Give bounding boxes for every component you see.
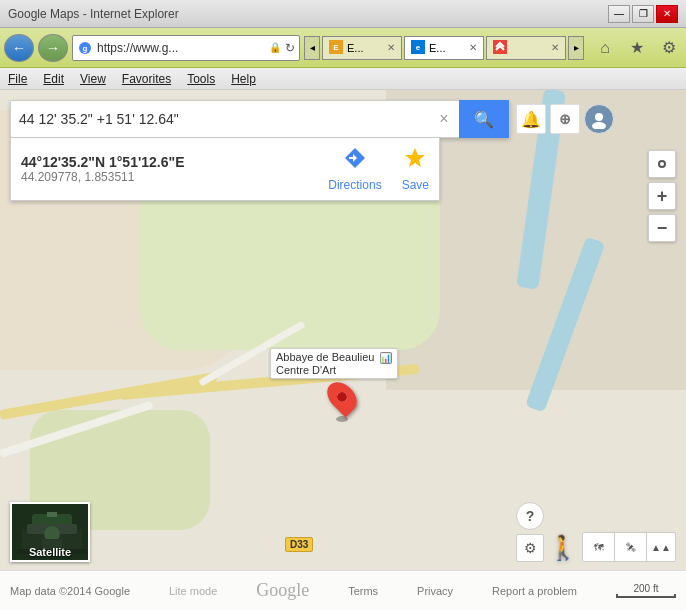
- refresh-button[interactable]: ↻: [285, 41, 295, 55]
- zoom-in-button[interactable]: +: [648, 182, 676, 210]
- menu-favorites[interactable]: Favorites: [122, 72, 171, 86]
- scale-text: 200 ft: [633, 583, 658, 594]
- google-icon: g: [77, 40, 93, 56]
- pin-dot: [335, 390, 349, 404]
- satellite-view-button[interactable]: 🛰: [615, 533, 647, 561]
- tab2-close[interactable]: ✕: [469, 42, 477, 53]
- svg-point-8: [592, 122, 606, 129]
- search-bar: × 🔍 🔔 ⊕ 44°12'35.2"N 1°51'12.6"E 44.2097…: [10, 100, 614, 201]
- map-copyright: Map data ©2014 Google: [10, 585, 130, 597]
- search-dropdown: 44°12'35.2"N 1°51'12.6"E 44.209778, 1.85…: [10, 138, 440, 201]
- tab-2[interactable]: e E... ✕: [404, 36, 484, 60]
- map-pin[interactable]: [330, 380, 354, 422]
- tab-bar: ◂ E E... ✕ e E... ✕ ✕ ▸: [304, 36, 584, 60]
- address-text: https://www.g...: [97, 41, 265, 55]
- ssl-icon: 🔒: [269, 42, 281, 53]
- dropdown-location-text: 44°12'35.2"N 1°51'12.6"E: [21, 154, 184, 170]
- forward-button[interactable]: →: [38, 34, 68, 62]
- zoom-out-button[interactable]: −: [648, 214, 676, 242]
- dropdown-actions: Directions Save: [328, 146, 429, 192]
- navbar: ← → g https://www.g... 🔒 ↻ ◂ E E... ✕ e …: [0, 28, 686, 68]
- map-footer: Map data ©2014 Google Lite mode Google T…: [0, 570, 686, 610]
- dropdown-coords-text: 44.209778, 1.853511: [21, 170, 184, 184]
- svg-text:e: e: [416, 43, 421, 52]
- settings-button[interactable]: ⚙: [656, 35, 682, 61]
- titlebar-controls: — ❐ ✕: [608, 5, 678, 23]
- report-problem-link[interactable]: Report a problem: [492, 585, 577, 597]
- tab-scroll-left[interactable]: ◂: [304, 36, 320, 60]
- directions-label: Directions: [328, 178, 381, 192]
- menubar: File Edit View Favorites Tools Help: [0, 68, 686, 90]
- svg-rect-19: [47, 512, 57, 517]
- search-submit-icon: 🔍: [474, 110, 494, 129]
- search-extra-icons: 🔔 ⊕: [516, 104, 614, 134]
- nav-tools: ⌂ ★ ⚙: [592, 35, 682, 61]
- street-view-person[interactable]: 🚶: [548, 534, 578, 562]
- search-input[interactable]: [11, 111, 429, 127]
- directions-action[interactable]: Directions: [328, 146, 381, 192]
- tab-overflow[interactable]: ▸: [568, 36, 584, 60]
- close-button[interactable]: ✕: [656, 5, 678, 23]
- location-label-line2: Centre D'Art: [276, 364, 336, 376]
- notifications-button[interactable]: 🔔: [516, 104, 546, 134]
- add-button[interactable]: ⊕: [550, 104, 580, 134]
- help-settings: ? ⚙: [516, 502, 544, 562]
- location-label-line1: Abbaye de Beaulieu: [276, 351, 374, 363]
- road-label-d33: D33: [285, 537, 313, 552]
- map-location-label: Abbaye de Beaulieu 📊 Centre D'Art: [270, 348, 398, 379]
- help-button[interactable]: ?: [516, 502, 544, 530]
- tab2-label: E...: [429, 42, 446, 54]
- my-location-button[interactable]: [648, 150, 676, 178]
- tab2-favicon: e: [411, 40, 425, 56]
- map-bottom-controls: ? ⚙ 🚶 🗺 🛰 ▲▲: [516, 502, 676, 562]
- back-button[interactable]: ←: [4, 34, 34, 62]
- svg-marker-11: [405, 148, 425, 167]
- user-account-button[interactable]: [584, 104, 614, 134]
- dropdown-info: 44°12'35.2"N 1°51'12.6"E 44.209778, 1.85…: [21, 154, 184, 184]
- privacy-link[interactable]: Privacy: [417, 585, 453, 597]
- search-submit-button[interactable]: 🔍: [459, 100, 509, 138]
- view-type-controls: 🗺 🛰 ▲▲: [582, 532, 676, 562]
- default-view-button[interactable]: 🗺: [583, 533, 615, 561]
- maps-container[interactable]: D33 × 🔍 🔔 ⊕ 44°12'35.2"N 1°51'12.6": [0, 90, 686, 610]
- satellite-label-text: Satellite: [12, 546, 88, 558]
- location-info-icon: 📊: [380, 352, 392, 364]
- tab1-favicon: E: [329, 40, 343, 56]
- lite-mode-link[interactable]: Lite mode: [169, 585, 217, 597]
- save-label: Save: [402, 178, 429, 192]
- save-star-icon: [403, 146, 427, 176]
- favorites-button[interactable]: ★: [624, 35, 650, 61]
- tab1-close[interactable]: ✕: [387, 42, 395, 53]
- maximize-button[interactable]: ❐: [632, 5, 654, 23]
- tab-3[interactable]: ✕: [486, 36, 566, 60]
- menu-tools[interactable]: Tools: [187, 72, 215, 86]
- menu-file[interactable]: File: [8, 72, 27, 86]
- tab3-close[interactable]: ✕: [551, 42, 559, 53]
- satellite-thumbnail[interactable]: Satellite: [10, 502, 90, 562]
- google-logo: Google: [256, 580, 309, 601]
- menu-view[interactable]: View: [80, 72, 106, 86]
- terms-link[interactable]: Terms: [348, 585, 378, 597]
- location-dot: [658, 160, 666, 168]
- svg-text:E: E: [333, 43, 339, 52]
- directions-icon: [343, 146, 367, 176]
- scale-line: [616, 594, 676, 598]
- titlebar-title: Google Maps - Internet Explorer: [8, 7, 179, 21]
- svg-text:g: g: [83, 44, 88, 53]
- tab1-label: E...: [347, 42, 364, 54]
- tab-1[interactable]: E E... ✕: [322, 36, 402, 60]
- search-row: × 🔍 🔔 ⊕: [10, 100, 614, 138]
- menu-edit[interactable]: Edit: [43, 72, 64, 86]
- tab3-favicon: [493, 40, 507, 56]
- scale-bar: 200 ft: [616, 583, 676, 598]
- expand-view-button[interactable]: ▲▲: [647, 533, 675, 561]
- settings-map-button[interactable]: ⚙: [516, 534, 544, 562]
- minimize-button[interactable]: —: [608, 5, 630, 23]
- titlebar: Google Maps - Internet Explorer — ❐ ✕: [0, 0, 686, 28]
- map-controls: + −: [648, 150, 676, 242]
- search-clear-button[interactable]: ×: [429, 110, 459, 128]
- menu-help[interactable]: Help: [231, 72, 256, 86]
- save-action[interactable]: Save: [402, 146, 429, 192]
- address-bar: g https://www.g... 🔒 ↻: [72, 35, 300, 61]
- home-button[interactable]: ⌂: [592, 35, 618, 61]
